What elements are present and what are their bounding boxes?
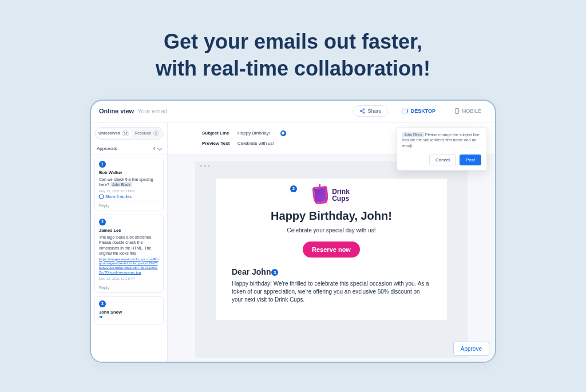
tab-resolved[interactable]: Resolved 2 xyxy=(132,129,162,138)
subject-label: Subject Line xyxy=(202,130,237,136)
preview-email-body[interactable]: 2 Drink Cups Happy Birthday, John! Celeb… xyxy=(195,171,468,358)
email-body-paragraph: Happy birthday! We're thrilled to celebr… xyxy=(232,280,431,304)
reserve-now-button[interactable]: Reserve now xyxy=(303,241,360,258)
chevron-down-icon xyxy=(157,146,162,151)
window-dot xyxy=(204,165,206,167)
tab-unresolved-label: Unresolved xyxy=(98,131,120,135)
comment-author: John Snow xyxy=(99,310,159,315)
comment-marker-icon[interactable] xyxy=(280,130,286,136)
email-greeting: Dear John3 xyxy=(232,267,278,277)
email-subheading: Celebrate your special day with us! xyxy=(232,227,431,233)
reply-action[interactable]: Reply xyxy=(99,201,159,208)
post-button[interactable]: Post xyxy=(460,155,481,165)
cancel-button[interactable]: Cancel xyxy=(429,155,456,165)
comments-sidebar: Unresolved 12 Resolved 2 Approvals 4 xyxy=(91,122,168,362)
comment-author: Bob Walker xyxy=(99,170,159,175)
preview-value[interactable]: Celebrate with us! xyxy=(237,141,274,146)
cup-icon xyxy=(312,185,329,204)
tab-resolved-count: 2 xyxy=(153,130,159,136)
approve-button[interactable]: Approve xyxy=(453,342,489,356)
window-dot xyxy=(200,165,202,167)
hero-title: Get your emails out faster, with real-ti… xyxy=(0,0,586,100)
preview-text-row: Preview Text Celebrate with us! xyxy=(202,141,386,146)
comment-body: The logo looks a bit stretched. Please d… xyxy=(99,235,159,256)
brand-line2: Cups xyxy=(332,195,349,203)
preview-label: Preview Text xyxy=(202,141,237,146)
share-icon xyxy=(359,108,365,114)
email-name-placeholder[interactable]: Your email xyxy=(137,108,167,114)
show-replies-link[interactable]: Show 2 replies xyxy=(99,195,159,199)
chat-icon xyxy=(99,195,104,199)
mention-tag[interactable]: John Black xyxy=(402,132,424,137)
device-toggle-mobile[interactable]: MOBILE xyxy=(449,106,487,116)
tab-unresolved[interactable]: Unresolved 12 xyxy=(96,129,132,138)
quote-icon: " xyxy=(99,317,159,321)
view-mode-label: Online view xyxy=(99,108,134,114)
popover-actions: Cancel Post xyxy=(402,155,481,165)
comment-timestamp: May 12, 2021 10:21PM xyxy=(99,277,159,280)
content: Unresolved 12 Resolved 2 Approvals 4 xyxy=(91,122,495,362)
comment-index-bubble: 3 xyxy=(99,300,106,307)
greeting-pre: Dear John xyxy=(232,267,271,276)
desktop-icon xyxy=(402,109,408,113)
show-replies-label: Show 2 replies xyxy=(105,195,132,199)
svg-point-2 xyxy=(363,112,364,113)
hero-line2: with real-time collaboration! xyxy=(0,56,586,82)
comment-index-bubble: 1 xyxy=(99,161,106,168)
mobile-icon xyxy=(455,108,459,114)
topbar: Online view Your email Share DESKTOP MOB… xyxy=(91,101,495,122)
svg-line-3 xyxy=(361,110,363,111)
comment-index-bubble: 2 xyxy=(99,219,106,225)
share-label: Share xyxy=(368,108,382,114)
comments-list[interactable]: 1 Bob Walker Can we check the line spaci… xyxy=(91,155,167,362)
subject-line-row: Subject Line Happy Birthday! xyxy=(202,130,386,136)
mention-tag[interactable]: John Black xyxy=(110,182,132,187)
approvals-count: 4 xyxy=(153,146,156,151)
reply-action[interactable]: Reply xyxy=(99,283,159,290)
comment-timestamp: May 12, 2021 10:21PM xyxy=(99,189,159,193)
subject-value[interactable]: Happy Birthday! xyxy=(237,130,270,136)
comment-author: James Lee xyxy=(99,228,159,233)
tab-resolved-label: Resolved xyxy=(134,131,151,135)
approvals-row[interactable]: Approvals 4 xyxy=(91,143,167,155)
popover-message[interactable]: John Black Please change the subject lin… xyxy=(402,132,481,149)
comment-bubble-3[interactable]: 3 xyxy=(271,269,278,276)
comment-card[interactable]: 2 James Lee The logo looks a bit stretch… xyxy=(94,215,164,293)
preview-frame: 2 Drink Cups Happy Birthday, John! Celeb… xyxy=(168,155,495,358)
email-heading: Happy Birthday, John! xyxy=(232,209,431,223)
device-toggle-desktop[interactable]: DESKTOP xyxy=(396,106,441,116)
share-button[interactable]: Share xyxy=(353,105,388,117)
hero-line1: Get your emails out faster, xyxy=(0,29,586,56)
svg-point-0 xyxy=(363,109,364,110)
approvals-count-wrap: 4 xyxy=(153,146,161,151)
brand-logo: 2 Drink Cups xyxy=(232,187,431,204)
svg-line-4 xyxy=(361,112,363,113)
comments-filter-tabs: Unresolved 12 Resolved 2 xyxy=(94,127,164,140)
mobile-label: MOBILE xyxy=(462,108,481,114)
approvals-label: Approvals xyxy=(97,146,117,151)
comment-url-link[interactable]: https://images.email.drinkcups.com/Eloqu… xyxy=(99,258,159,275)
comment-bubble-2[interactable]: 2 xyxy=(290,185,297,192)
comment-popover: John Black Please change the subject lin… xyxy=(397,127,487,171)
topbar-right: Share DESKTOP MOBILE xyxy=(353,105,487,117)
editor-area: Subject Line Happy Birthday! Preview Tex… xyxy=(168,122,495,362)
brand-text: Drink Cups xyxy=(332,188,350,202)
svg-point-1 xyxy=(360,110,361,112)
app-frame: Online view Your email Share DESKTOP MOB… xyxy=(90,100,496,363)
window-dot xyxy=(208,165,210,167)
desktop-label: DESKTOP xyxy=(411,108,435,114)
tab-unresolved-count: 12 xyxy=(122,130,129,136)
comment-card[interactable]: 1 Bob Walker Can we check the line spaci… xyxy=(94,157,164,211)
email-card: 2 Drink Cups Happy Birthday, John! Celeb… xyxy=(216,179,447,320)
comment-body: Can we check the line spacing here? John… xyxy=(99,177,159,188)
comment-card[interactable]: 3 John Snow " xyxy=(94,296,164,324)
